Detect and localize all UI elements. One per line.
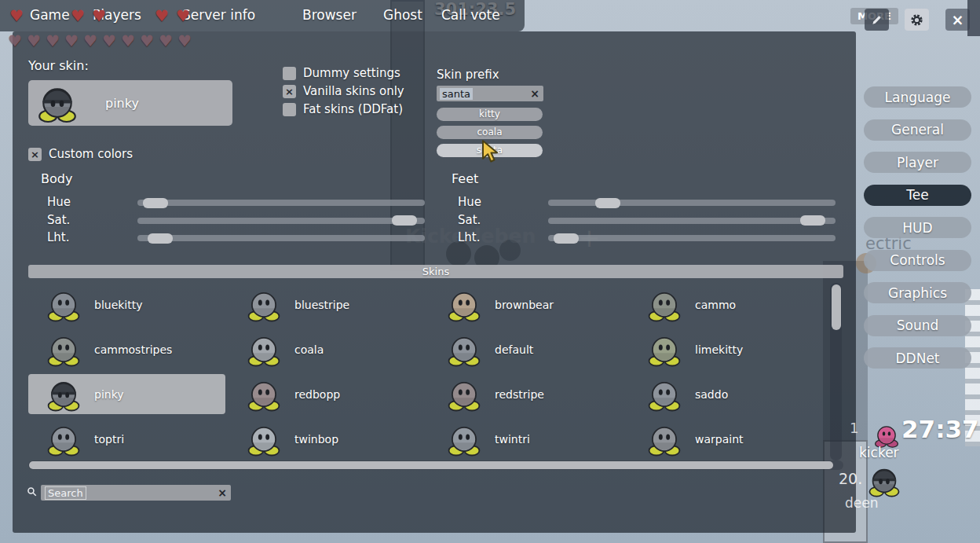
scoreboard-rank-top: 1	[850, 420, 858, 436]
skin-name: default	[495, 343, 533, 356]
skin-item-twintri[interactable]: twintri	[429, 416, 629, 461]
tee-avatar-deen	[867, 464, 901, 498]
slider-label-body-lht-: Lht.	[47, 230, 70, 244]
clear-search-icon[interactable]: ×	[215, 487, 229, 498]
skin-name: saddo	[695, 388, 728, 401]
skin-item-pinky[interactable]: pinky	[28, 374, 225, 414]
slider-body-hue[interactable]	[137, 200, 425, 206]
tab-graphics[interactable]: Graphics	[864, 282, 971, 303]
tee-avatar-bluestripe	[246, 287, 282, 323]
armor-heart-icon: ♥	[140, 31, 154, 50]
skin-name: warpaint	[695, 433, 744, 446]
tee-avatar-warpaint	[646, 421, 682, 457]
skins-horizontal-scrollbar[interactable]	[28, 460, 843, 470]
tab-player[interactable]: Player	[864, 152, 971, 173]
scoreboard-player-second: deen	[845, 495, 878, 511]
settings-gear-button[interactable]	[905, 9, 929, 31]
scoreboard-rank-second: 20.	[839, 470, 862, 487]
skin-item-coala[interactable]: coala	[229, 327, 429, 372]
slider-body-lht-[interactable]	[137, 235, 425, 241]
tee-settings-panel: Your skin: pinky Skin prefix santa × Ski…	[13, 31, 856, 533]
tee-avatar-brownbear	[446, 287, 482, 323]
skin-preview-box: pinky	[28, 80, 232, 126]
search-placeholder: Search	[45, 486, 86, 500]
slider-handle[interactable]	[595, 198, 620, 208]
tab-language[interactable]: Language	[864, 86, 971, 108]
skin-item-twinbop[interactable]: twinbop	[229, 416, 429, 461]
slider-feet-sat-[interactable]	[548, 218, 836, 224]
slider-label-feet-lht-: Lht.	[458, 230, 481, 244]
tee-avatar-limekitty	[646, 332, 682, 368]
tee-avatar-twintri	[446, 421, 482, 457]
armor-heart-icon: ♥	[8, 31, 22, 50]
skin-name: bluestripe	[294, 299, 349, 311]
skin-name: limekitty	[695, 343, 743, 356]
tee-avatar-cammostripes	[46, 332, 82, 368]
skins-vertical-scrollbar[interactable]	[830, 283, 842, 460]
slider-handle[interactable]	[392, 215, 417, 226]
armor-heart-icon: ♥	[46, 31, 60, 50]
slider-handle[interactable]	[554, 233, 579, 244]
menu-item-browser[interactable]: Browser	[302, 7, 357, 23]
skin-item-redbopp[interactable]: redbopp	[229, 372, 429, 416]
slider-handle[interactable]	[148, 233, 173, 244]
slider-feet-hue[interactable]	[548, 200, 836, 206]
skin-prefix-input[interactable]: santa ×	[437, 86, 543, 101]
skin-item-default[interactable]: default	[429, 327, 629, 372]
armor-heart-icon: ♥	[121, 31, 135, 50]
skin-item-bluekitty[interactable]: bluekitty	[28, 282, 229, 327]
skin-item-limekitty[interactable]: limekitty	[629, 327, 829, 372]
tab-tee[interactable]: Tee	[864, 185, 971, 206]
tee-avatar-redstripe	[446, 376, 482, 413]
prefix-suggestion-coala[interactable]: coala	[437, 126, 543, 139]
slider-label-body-sat-: Sat.	[47, 213, 70, 227]
slider-body-sat-[interactable]	[137, 218, 425, 224]
vertical-scroll-handle[interactable]	[832, 284, 841, 330]
search-input[interactable]: Search ×	[41, 485, 231, 501]
slider-label-feet-sat-: Sat.	[458, 213, 481, 227]
slider-label-feet-hue: Hue	[458, 195, 481, 209]
skin-item-cammostripes[interactable]: cammostripes	[28, 327, 229, 372]
checkbox-custom-colors-box[interactable]: ×	[28, 148, 42, 161]
editor-pencil-button[interactable]	[865, 9, 889, 31]
slider-handle[interactable]	[800, 215, 825, 226]
checkbox-vanilla-skins-only-label: Vanilla skins only	[303, 84, 404, 98]
clear-prefix-icon[interactable]: ×	[528, 88, 542, 99]
tab-controls[interactable]: Controls	[864, 250, 971, 271]
menu-item-server-info[interactable]: Server info	[182, 7, 255, 23]
menu-item-call-vote[interactable]: Call vote	[441, 7, 500, 23]
skin-prefix-label: Skin prefix	[437, 68, 499, 82]
tab-ddnet[interactable]: DDNet	[864, 347, 971, 369]
checkbox-fat-skins-ddfat--box[interactable]	[283, 103, 296, 116]
armor-heart-icon: ♥	[64, 31, 79, 50]
menu-item-game[interactable]: Game	[30, 7, 70, 23]
menu-item-ghost[interactable]: Ghost	[383, 7, 422, 23]
slider-label-body-hue: Hue	[47, 195, 71, 209]
slider-handle[interactable]	[143, 198, 168, 208]
skin-item-warpaint[interactable]: warpaint	[629, 416, 829, 461]
skins-header-label: Skins	[422, 266, 449, 277]
skin-name: pinky	[94, 388, 124, 401]
settings-tabs: LanguageGeneralPlayerTeeHUDControlsGraph…	[864, 86, 971, 369]
tab-sound[interactable]: Sound	[864, 315, 971, 336]
skin-item-bluestripe[interactable]: bluestripe	[229, 282, 429, 327]
skin-item-brownbear[interactable]: brownbear	[429, 282, 629, 327]
skin-preview-name: pinky	[105, 96, 139, 111]
skin-name: brownbear	[495, 299, 554, 311]
tab-general[interactable]: General	[864, 119, 971, 141]
skin-item-saddo[interactable]: saddo	[629, 372, 829, 416]
checkbox-dummy-settings-box[interactable]	[283, 67, 296, 80]
prefix-suggestion-kitty[interactable]: kitty	[437, 108, 543, 121]
close-button[interactable]: ×	[945, 9, 970, 31]
skin-item-cammo[interactable]: cammo	[629, 282, 829, 327]
skin-item-redstripe[interactable]: redstripe	[429, 372, 629, 416]
skin-item-toptri[interactable]: toptri	[28, 416, 229, 461]
horizontal-scroll-handle[interactable]	[29, 461, 833, 469]
checkbox-dummy-settings-label: Dummy settings	[303, 66, 400, 80]
skin-name: toptri	[94, 433, 124, 446]
scoreboard-race-time: 27:37	[901, 415, 979, 443]
slider-feet-lht-[interactable]	[548, 235, 836, 241]
armor-heart-icon: ♥	[159, 31, 173, 50]
tab-hud[interactable]: HUD	[864, 217, 971, 238]
checkbox-vanilla-skins-only-box[interactable]: ×	[283, 85, 296, 98]
